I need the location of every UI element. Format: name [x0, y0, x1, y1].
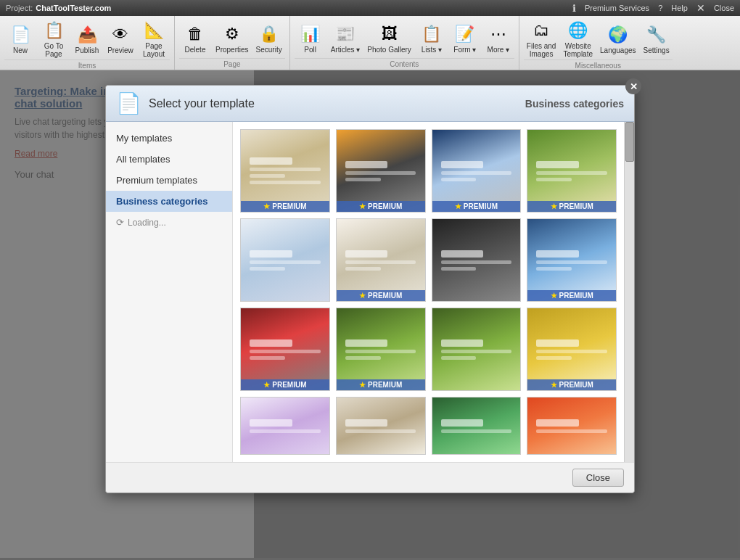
template-card-14[interactable]: [336, 397, 426, 455]
line: [250, 168, 320, 171]
security-button[interactable]: 🔒 Security: [253, 21, 285, 55]
line: [536, 339, 578, 347]
publish-icon: 📤: [75, 23, 99, 46]
form-button[interactable]: 📝 Form ▾: [449, 21, 481, 55]
sidebar-item-all-templates[interactable]: All templates: [106, 149, 232, 170]
template-card-4[interactable]: ★ PREMIUM: [527, 129, 617, 213]
template-card-3[interactable]: ★ PREMIUM: [432, 129, 522, 213]
template-thumb-12: [527, 308, 616, 390]
toolbar-items-page: 🗑 Delete ⚙ Properties 🔒 Security: [179, 17, 285, 58]
template-card-5[interactable]: [240, 218, 330, 302]
premium-services-link[interactable]: Premium Services: [585, 4, 649, 12]
dialog-sidebar: My templates All templates Premium templ…: [106, 122, 233, 462]
template-card-2[interactable]: ★ PREMIUM: [336, 129, 426, 213]
line: [536, 161, 578, 168]
files-images-label: Files andImages: [527, 42, 556, 58]
new-icon: 📄: [9, 23, 32, 46]
publish-button[interactable]: 📤 Publish: [71, 22, 103, 56]
template-card-10[interactable]: ★ PREMIUM: [336, 308, 426, 391]
line: [250, 419, 292, 427]
line: [345, 419, 387, 427]
line: [250, 339, 292, 347]
template-thumb-5: [241, 219, 329, 301]
template-card-11[interactable]: [432, 308, 522, 391]
settings-icon: 🔧: [645, 23, 668, 46]
premium-services-icon: ℹ: [572, 3, 576, 14]
template-thumb-10: [337, 308, 425, 390]
project-name: ChatToolTester.com: [36, 4, 111, 12]
sidebar-item-my-templates[interactable]: My templates: [106, 128, 232, 149]
template-card-16[interactable]: [527, 397, 617, 455]
settings-label: Settings: [644, 46, 670, 54]
more-label: More ▾: [488, 46, 510, 54]
website-template-button[interactable]: 🌐 WebsiteTemplate: [560, 17, 596, 59]
dialog-template-content[interactable]: ★ PREMIUM: [233, 122, 634, 462]
photo-gallery-button[interactable]: 🖼 Photo Gallery: [364, 21, 414, 55]
template-card-9[interactable]: ★ PREMIUM: [240, 308, 330, 391]
properties-button[interactable]: ⚙ Properties: [213, 21, 252, 55]
form-label: Form ▾: [453, 46, 476, 54]
line: [250, 181, 320, 184]
dialog-close-button-footer[interactable]: Close: [572, 469, 624, 487]
line: [441, 161, 483, 168]
form-icon: 📝: [453, 22, 477, 46]
help-link[interactable]: Help: [671, 4, 688, 12]
template-card-8[interactable]: ★ PREMIUM: [527, 218, 617, 302]
template-card-15[interactable]: [432, 397, 522, 455]
dialog-close-button[interactable]: ✕: [625, 78, 641, 94]
settings-button[interactable]: 🔧 Settings: [641, 22, 673, 56]
page-layout-button[interactable]: 📐 PageLayout: [138, 17, 170, 59]
toolbar-items-items: 📄 New 📋 Go ToPage 📤 Publish 👁 Preview 📐 …: [4, 17, 170, 59]
thumb-lines: [536, 142, 607, 199]
delete-icon: 🗑: [184, 22, 207, 46]
line: [250, 250, 292, 258]
dialog-overlay: ✕ 📄 Select your template Business catego…: [0, 70, 740, 558]
close-link[interactable]: Close: [714, 4, 734, 12]
preview-button[interactable]: 👁 Preview: [104, 22, 136, 56]
star-icon: ★: [359, 202, 366, 210]
languages-label: Languages: [600, 46, 636, 54]
template-card-1[interactable]: ★ PREMIUM: [240, 129, 330, 213]
thumb-lines: [250, 231, 320, 289]
poll-label: Poll: [304, 46, 316, 54]
star-icon: ★: [263, 202, 270, 210]
properties-icon: ⚙: [221, 22, 244, 46]
line: [345, 350, 416, 353]
toolbar-items-misc: 🗂 Files andImages 🌐 WebsiteTemplate 🌍 La…: [524, 17, 673, 59]
thumb-lines: [345, 321, 416, 378]
go-to-page-button[interactable]: 📋 Go ToPage: [38, 17, 70, 59]
poll-button[interactable]: 📊 Poll: [295, 21, 326, 55]
security-label: Security: [256, 46, 282, 54]
languages-button[interactable]: 🌍 Languages: [597, 22, 639, 56]
template-card-13[interactable]: [240, 397, 330, 455]
line: [441, 419, 483, 427]
new-button[interactable]: 📄 New: [4, 22, 36, 56]
template-card-12[interactable]: ★ PREMIUM: [527, 308, 617, 391]
loading-spinner-icon: ⟳: [116, 217, 124, 228]
sidebar-my-templates-label: My templates: [116, 133, 172, 144]
template-thumb-3: [432, 130, 521, 212]
line: [345, 267, 381, 271]
delete-button[interactable]: 🗑 Delete: [179, 21, 211, 55]
files-images-button[interactable]: 🗂 Files andImages: [524, 17, 559, 59]
template-card-6[interactable]: ★ PREMIUM: [336, 218, 426, 302]
thumb-lines: [345, 142, 416, 199]
thumb-lines: [345, 406, 416, 446]
line: [250, 157, 292, 165]
lists-button[interactable]: 📋 Lists ▾: [416, 21, 448, 55]
line: [536, 429, 607, 433]
scrollbar-track[interactable]: [624, 122, 634, 462]
sidebar-item-business-categories[interactable]: Business categories: [106, 191, 232, 212]
scrollbar-thumb[interactable]: [625, 122, 634, 162]
more-button[interactable]: ⋯ More ▾: [482, 21, 514, 55]
line: [250, 174, 285, 178]
preview-icon: 👁: [109, 23, 132, 46]
template-card-7[interactable]: [432, 218, 522, 302]
line: [441, 356, 477, 360]
template-dialog: ✕ 📄 Select your template Business catego…: [105, 85, 635, 493]
line: [536, 260, 607, 264]
properties-label: Properties: [215, 46, 249, 54]
sidebar-item-premium-templates[interactable]: Premium templates: [106, 170, 232, 191]
sidebar-business-categories-label: Business categories: [116, 196, 207, 207]
articles-button[interactable]: 📰 Articles ▾: [328, 21, 363, 55]
